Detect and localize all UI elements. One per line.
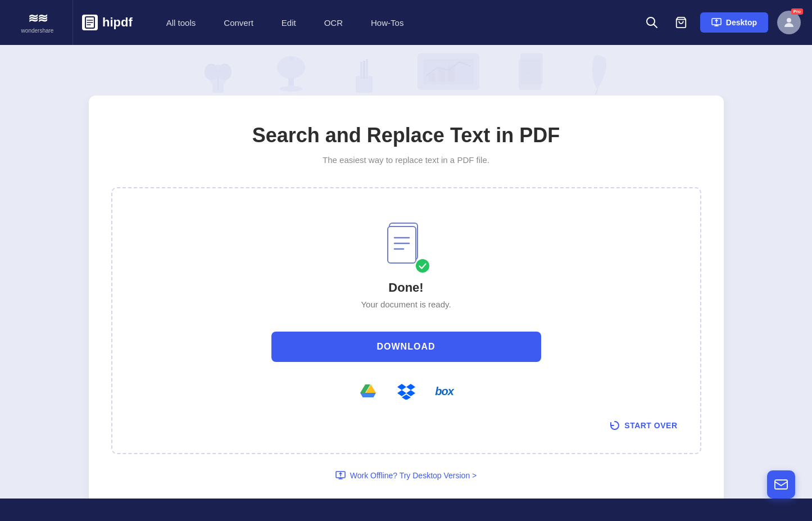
nav-links: All tools Convert Edit OCR How-Tos <box>155 13 642 32</box>
offline-label: Work Offline? Try Desktop Version > <box>350 471 477 480</box>
desktop-button-label: Desktop <box>726 18 757 27</box>
main-content: Search and Replace Text in PDF The easie… <box>0 96 812 521</box>
svg-rect-20 <box>429 73 436 81</box>
result-area: Done! Your document is ready. DOWNLOAD <box>111 187 701 454</box>
ws-icon: ≋≋ <box>28 11 47 26</box>
svg-point-13 <box>289 56 293 61</box>
download-button[interactable]: DOWNLOAD <box>271 332 541 362</box>
svg-point-8 <box>218 64 232 80</box>
offline-bar[interactable]: Work Offline? Try Desktop Version > <box>111 471 701 480</box>
cart-button[interactable] <box>671 12 691 33</box>
user-avatar[interactable]: Pro <box>777 11 801 34</box>
svg-rect-22 <box>448 65 455 81</box>
dropbox-button[interactable] <box>394 379 419 404</box>
email-float-button[interactable] <box>767 470 795 499</box>
hipdf-icon <box>82 15 98 30</box>
checkmark-badge <box>415 258 430 274</box>
main-card: Search and Replace Text in PDF The easie… <box>89 96 724 508</box>
footer-bar <box>0 499 812 521</box>
box-label: box <box>435 385 453 398</box>
start-over-label: START OVER <box>624 421 677 430</box>
svg-line-28 <box>596 90 597 94</box>
nav-convert[interactable]: Convert <box>212 13 265 32</box>
navbar: ≋≋ wondershare hipdf All tools Convert E… <box>0 0 812 45</box>
page-title: Search and Replace Text in PDF <box>111 124 701 147</box>
hipdf-name: hipdf <box>102 15 133 30</box>
nav-ocr[interactable]: OCR <box>313 13 354 32</box>
done-title: Done! <box>388 280 423 295</box>
wondershare-logo[interactable]: ≋≋ wondershare <box>11 0 73 45</box>
page-subtitle: The easiest way to replace text in a PDF… <box>111 155 701 165</box>
start-over-button[interactable]: START OVER <box>610 420 677 431</box>
hero-illustration <box>201 51 611 96</box>
google-drive-button[interactable] <box>356 379 380 404</box>
search-button[interactable] <box>642 12 662 33</box>
nav-actions: Desktop Pro <box>642 11 801 34</box>
start-over-row: START OVER <box>135 415 678 431</box>
ws-brand-name: wondershare <box>21 28 54 34</box>
hipdf-brand[interactable]: hipdf <box>82 15 133 30</box>
success-icon-wrapper <box>387 222 426 269</box>
svg-rect-35 <box>775 480 787 489</box>
done-subtitle: Your document is ready. <box>361 300 451 309</box>
nav-all-tools[interactable]: All tools <box>155 13 207 32</box>
nav-edit[interactable]: Edit <box>270 13 307 32</box>
svg-rect-30 <box>388 226 416 263</box>
svg-point-4 <box>787 18 791 22</box>
nav-how-tos[interactable]: How-Tos <box>360 13 415 32</box>
cloud-icons-row: box <box>356 379 457 404</box>
svg-point-7 <box>205 64 218 80</box>
hero-background <box>0 45 812 96</box>
svg-rect-27 <box>519 59 541 90</box>
pro-badge: Pro <box>791 8 803 15</box>
desktop-button[interactable]: Desktop <box>700 12 768 33</box>
svg-point-12 <box>280 86 302 92</box>
box-button[interactable]: box <box>432 379 457 404</box>
